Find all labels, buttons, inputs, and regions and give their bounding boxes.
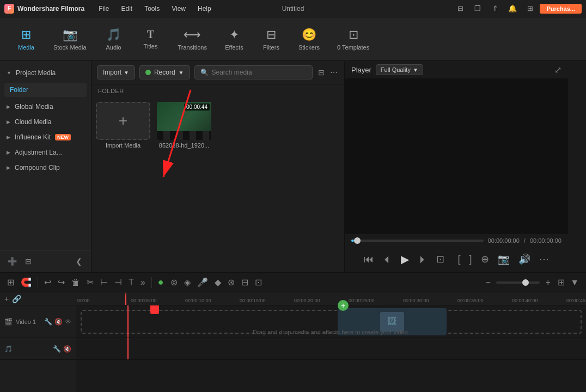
ruler-mark-30: 00:00:30:00	[403, 298, 429, 303]
templates-icon: ⊡	[349, 28, 358, 42]
zoom-out-btn[interactable]: −	[482, 277, 494, 289]
ripple-btn[interactable]: ⊚	[169, 275, 179, 289]
sidebar-global-media-label: Global Media	[15, 103, 53, 111]
overlay-btn[interactable]: ⊡	[253, 275, 264, 289]
progress-track[interactable]	[351, 240, 484, 242]
sidebar-item-compound-clip[interactable]: ▶ Compound Clip	[0, 160, 91, 175]
toolbar-media[interactable]: ⊞ Media	[9, 23, 44, 55]
sidebar-item-global-media[interactable]: ▶ Global Media	[0, 99, 91, 114]
zoom-handle[interactable]	[522, 279, 529, 286]
ruler-mark-20: 00:00:20:00	[294, 298, 320, 303]
search-input[interactable]	[212, 69, 307, 76]
add-video-track-btn[interactable]: +	[4, 295, 9, 303]
snap-btn[interactable]: ●	[156, 275, 166, 290]
redo-btn[interactable]: ↪	[56, 275, 66, 289]
chevron-right-icon: ▶	[7, 104, 10, 109]
undo-btn[interactable]: ↩	[42, 275, 53, 289]
snapshot-btn[interactable]: 📷	[496, 251, 512, 267]
video-track-settings-icon[interactable]: 🔧	[44, 318, 52, 326]
video-track-visibility-icon[interactable]: 👁	[65, 318, 71, 326]
maximize-btn[interactable]: ❐	[470, 3, 485, 15]
sidebar-item-project-media[interactable]: ▼ Project Media	[0, 65, 91, 81]
video-thumbnail: 00:00:44	[157, 102, 211, 140]
mark-out-btn[interactable]: ]	[467, 252, 474, 267]
add-track-btn[interactable]: ⊞	[5, 275, 16, 289]
toolbar-filters[interactable]: ⊟ Filters	[254, 23, 289, 55]
toolbar-effects[interactable]: ✦ Effects	[217, 23, 252, 55]
zoom-in-btn[interactable]: +	[542, 277, 554, 289]
play-button[interactable]: ▶	[399, 250, 411, 268]
more-timeline-btn[interactable]: »	[139, 276, 147, 289]
collapse-sidebar-btn[interactable]: ❮	[72, 255, 86, 268]
purchase-button[interactable]: Purchas...	[540, 4, 582, 14]
quality-select[interactable]: Full Quality ▼	[376, 64, 423, 75]
scene-detect-btn[interactable]: ⊛	[226, 275, 236, 289]
add-to-timeline-plus-btn[interactable]: +	[338, 300, 349, 311]
quality-chevron-icon: ▼	[413, 67, 418, 73]
delete-btn[interactable]: 🗑	[70, 276, 82, 289]
sidebar-item-influence-kit[interactable]: ▶ Influence Kit NEW	[0, 130, 91, 145]
audio-track-mute-icon[interactable]: 🔇	[63, 345, 71, 353]
store-btn[interactable]: ⇑	[487, 3, 503, 15]
stickers-icon: 😊	[302, 28, 316, 42]
minimize-btn[interactable]: ⊟	[453, 3, 468, 15]
add-folder-btn[interactable]: ➕	[5, 255, 19, 268]
stop-btn[interactable]: ⊡	[434, 251, 447, 267]
keyframe-btn[interactable]: ◆	[213, 275, 223, 289]
lock-tracks-btn[interactable]: 🔗	[12, 295, 21, 303]
voice-btn[interactable]: 🎤	[196, 275, 210, 289]
apps-btn[interactable]: ⊞	[522, 3, 538, 15]
add-to-timeline-btn[interactable]: ⊕	[479, 251, 491, 267]
sidebar-folder[interactable]: Folder	[4, 83, 87, 97]
remove-folder-btn[interactable]: ⊟	[22, 255, 35, 268]
sidebar-influence-kit-label: Influence Kit	[15, 133, 51, 141]
search-box[interactable]: 🔍	[194, 65, 313, 79]
split-btn[interactable]: ⊢	[99, 275, 109, 289]
pip-btn[interactable]: ⊟	[240, 275, 250, 289]
video-track-mute-icon[interactable]: 🔇	[54, 318, 63, 326]
zoom-slider[interactable]	[496, 281, 540, 284]
import-button[interactable]: Import ▼	[97, 65, 135, 79]
layout-btn[interactable]: ⊞	[556, 275, 566, 289]
progress-handle[interactable]	[354, 237, 361, 244]
step-forward-btn[interactable]: ⏵	[416, 252, 430, 267]
more-btn[interactable]: ⋯	[537, 251, 551, 267]
import-chevron-icon: ▼	[124, 70, 129, 76]
toolbar-stickers[interactable]: 😊 Stickers	[291, 23, 327, 55]
marker-btn[interactable]: ◈	[182, 275, 192, 289]
audio-detach-btn[interactable]: ⊣	[113, 275, 124, 289]
player-label: Player	[351, 66, 371, 74]
record-button[interactable]: Record ▼	[139, 65, 190, 79]
toolbar-transitions[interactable]: ⟷ Transitions	[170, 23, 215, 55]
notifications-btn[interactable]: 🔔	[505, 3, 520, 15]
player-progress-bar[interactable]: 00:00:00:00 / 00:00:00:00	[345, 234, 568, 247]
toolbar-stock-media[interactable]: 📷 Stock Media	[46, 23, 94, 55]
audio-track	[76, 338, 586, 360]
menu-help[interactable]: Help	[192, 3, 217, 15]
toolbar-titles[interactable]: T Titles	[133, 24, 168, 54]
toolbar-audio[interactable]: 🎵 Audio	[96, 23, 131, 55]
menu-edit[interactable]: Edit	[115, 3, 138, 15]
skip-back-btn[interactable]: ⏮	[362, 252, 376, 267]
magnetic-btn[interactable]: 🧲	[19, 275, 33, 289]
filter-icon[interactable]: ⊟	[317, 67, 326, 78]
video-clip-item[interactable]: 00:00:44 852038-hd_1920...	[157, 102, 211, 149]
step-back-btn[interactable]: ⏴	[380, 252, 394, 267]
text-btn[interactable]: T	[127, 276, 136, 289]
import-media-box[interactable]: +	[96, 102, 150, 140]
audio-track-settings-icon[interactable]: 🔧	[53, 345, 61, 353]
more-options-icon[interactable]: ⋯	[329, 67, 339, 78]
more-layout-btn[interactable]: ▼	[569, 276, 581, 289]
mark-in-btn[interactable]: [	[455, 252, 462, 267]
menu-tools[interactable]: Tools	[139, 3, 165, 15]
player-expand-icon[interactable]: ⤢	[554, 65, 561, 75]
toolbar-templates[interactable]: ⊡ 0 Templates	[329, 23, 377, 55]
menu-file[interactable]: File	[93, 3, 114, 15]
cut-btn[interactable]: ✂	[85, 275, 95, 289]
sidebar-item-adjustment[interactable]: ▶ Adjustment La...	[0, 145, 91, 160]
menu-view[interactable]: View	[166, 3, 191, 15]
import-media-item[interactable]: + Import Media	[96, 102, 150, 149]
import-media-label: Import Media	[106, 142, 141, 149]
volume-btn[interactable]: 🔊	[516, 251, 533, 267]
sidebar-item-cloud-media[interactable]: ▶ Cloud Media	[0, 114, 91, 130]
